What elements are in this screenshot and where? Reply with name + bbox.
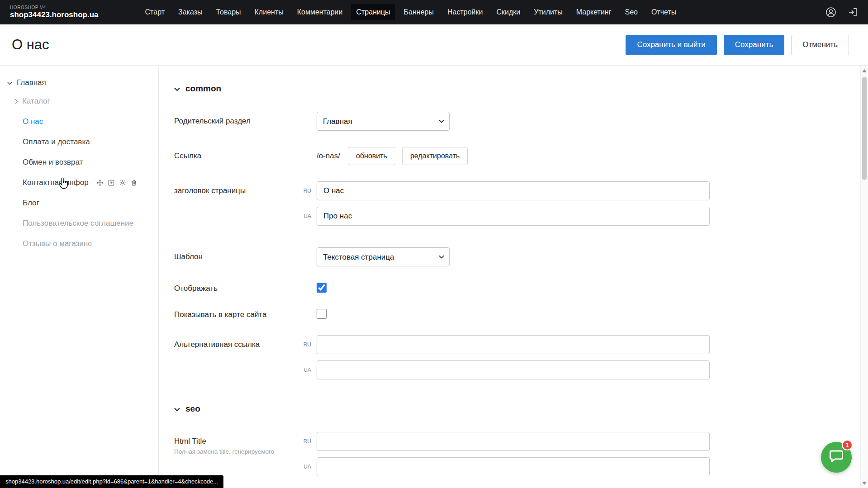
page-title-ru-row: RU — [317, 181, 710, 200]
alt-link-ua-input[interactable] — [317, 360, 710, 379]
tree-item-label: Отзывы о магазине — [23, 239, 92, 248]
menu-start[interactable]: Старт — [140, 4, 170, 20]
tree-item-label: Обмен и возврат — [23, 158, 83, 167]
html-title-ru-row: RU — [317, 432, 710, 451]
section-common[interactable]: common — [174, 84, 868, 94]
save-and-exit-button[interactable]: Сохранить и выйти — [626, 35, 716, 55]
menu-clients[interactable]: Клиенты — [250, 4, 289, 20]
tree-item-home[interactable]: Главная — [5, 75, 158, 91]
lang-tag-ru: RU — [298, 341, 311, 348]
tree-item-catalog[interactable]: Каталог — [23, 91, 158, 111]
field-alt-link: Альтернативная ссылка RU UA — [174, 335, 868, 379]
chevron-down-icon — [174, 84, 180, 94]
field-label: заголовок страницы — [174, 181, 317, 195]
menu-orders[interactable]: Заказы — [173, 4, 207, 20]
tree-item-label: Главная — [17, 78, 46, 87]
settings-gear-icon[interactable] — [119, 179, 126, 186]
tree-item-label: О нас — [23, 117, 43, 126]
link-update-button[interactable]: обновить — [348, 147, 395, 165]
add-page-icon[interactable] — [108, 179, 115, 186]
field-parent-section: Родительский раздел Главная — [174, 112, 868, 131]
lang-tag-ua: UA — [298, 367, 311, 373]
html-title-ru-input[interactable] — [317, 432, 710, 451]
tree-item-label: Контактная инфор — [23, 178, 89, 187]
field-display: Отображать — [174, 283, 868, 294]
brand-domain: shop34423.horoshop.ua — [10, 10, 99, 19]
tree-item-payment-delivery[interactable]: Оплата и доставка — [23, 132, 158, 152]
brand[interactable]: HOROSHOP V4 shop34423.horoshop.ua — [10, 5, 99, 19]
chat-bubble-icon — [828, 448, 844, 466]
tree-item-store-reviews[interactable]: Отзывы о магазине — [23, 233, 158, 254]
template-select-el[interactable]: Текстовая страница — [317, 247, 450, 266]
page-title-ua-input[interactable] — [317, 207, 710, 226]
tree-item-contact-info[interactable]: Контактная инфор — [23, 172, 158, 193]
chevron-down-icon — [7, 78, 12, 87]
field-hint: Полная замена title, генерируемого — [174, 448, 317, 455]
tree-item-blog[interactable]: Блог — [23, 193, 158, 213]
alt-link-ru-row: RU — [317, 335, 710, 354]
template-select[interactable]: Текстовая страница — [317, 247, 450, 266]
chat-widget-button[interactable]: 1 — [821, 442, 852, 473]
field-html-title: Html Title Полная замена title, генериру… — [174, 432, 868, 476]
alt-link-ru-input[interactable] — [317, 335, 710, 354]
status-url-tooltip: shop34423.horoshop.ua/edit/edit.php?id=6… — [0, 475, 223, 488]
sitemap-checkbox[interactable] — [317, 309, 327, 319]
delete-trash-icon[interactable] — [130, 179, 138, 186]
menu-banners[interactable]: Баннеры — [399, 4, 439, 20]
tree-item-about[interactable]: О нас — [23, 111, 158, 132]
link-edit-button[interactable]: редактировать — [402, 147, 468, 165]
field-label: Родительский раздел — [174, 117, 317, 126]
chat-unread-badge: 1 — [842, 440, 853, 450]
menu-settings[interactable]: Настройки — [442, 4, 488, 20]
section-title: seo — [185, 404, 200, 414]
scrollbar-up-arrow[interactable] — [862, 69, 867, 72]
lang-tag-ua: UA — [298, 464, 311, 470]
field-label: Показывать в карте сайта — [174, 310, 317, 319]
chevron-right-icon — [14, 99, 18, 104]
html-title-ua-input[interactable] — [317, 457, 710, 476]
field-label: Html Title — [174, 432, 317, 446]
parent-section-select-el[interactable]: Главная — [317, 112, 450, 131]
tree-item-label: Каталог — [22, 97, 50, 106]
menu-products[interactable]: Товары — [211, 4, 246, 20]
link-path: /o-nas/ — [317, 152, 340, 161]
menu-comments[interactable]: Комментарии — [292, 4, 348, 20]
menu-utilities[interactable]: Утилиты — [529, 4, 568, 20]
main-menu: Старт Заказы Товары Клиенты Комментарии … — [140, 4, 682, 20]
section-seo[interactable]: seo — [174, 404, 868, 414]
chevron-down-icon — [174, 404, 180, 414]
menu-reports[interactable]: Отчеты — [646, 4, 681, 20]
tree-item-exchange-return[interactable]: Обмен и возврат — [23, 152, 158, 172]
brand-version: HOROSHOP V4 — [10, 5, 99, 10]
topbar: HOROSHOP V4 shop34423.horoshop.ua Старт … — [0, 0, 868, 24]
field-sitemap: Показывать в карте сайта — [174, 309, 868, 321]
tree-item-user-agreement[interactable]: Пользовательское соглашение — [23, 213, 158, 233]
scrollbar — [860, 66, 868, 488]
page-title-ua-row: UA — [317, 207, 710, 226]
tree-item-label: Пользовательское соглашение — [23, 219, 133, 228]
field-page-title: заголовок страницы RU UA — [174, 181, 868, 226]
menu-pages[interactable]: Страницы — [351, 4, 395, 20]
scrollbar-thumb[interactable] — [862, 77, 867, 180]
tree-item-label: Оплата и доставка — [23, 137, 90, 147]
account-icon[interactable] — [825, 7, 836, 18]
move-icon[interactable] — [96, 179, 104, 186]
field-label: Отображать — [174, 284, 317, 293]
html-title-ua-row: UA — [317, 457, 710, 476]
link-row: /o-nas/ обновить редактировать — [317, 147, 868, 165]
menu-marketing[interactable]: Маркетинг — [571, 4, 617, 20]
page-edit-form: common Родительский раздел Главная Ссылк… — [159, 66, 868, 488]
parent-section-select[interactable]: Главная — [317, 112, 450, 131]
cancel-button[interactable]: Отменить — [791, 35, 849, 55]
tree-children: Каталог О нас Оплата и доставка Обмен и … — [5, 91, 158, 254]
lang-tag-ru: RU — [298, 438, 311, 445]
field-template: Шаблон Текстовая страница — [174, 247, 868, 266]
menu-discounts[interactable]: Скидки — [491, 4, 525, 20]
menu-seo[interactable]: Seo — [620, 4, 643, 20]
page-title-ru-input[interactable] — [317, 181, 710, 200]
tree-item-label: Блог — [23, 199, 39, 208]
scrollbar-down-arrow[interactable] — [862, 482, 867, 485]
logout-icon[interactable] — [847, 7, 858, 18]
save-button[interactable]: Сохранить — [724, 35, 784, 55]
display-checkbox[interactable] — [317, 283, 327, 293]
